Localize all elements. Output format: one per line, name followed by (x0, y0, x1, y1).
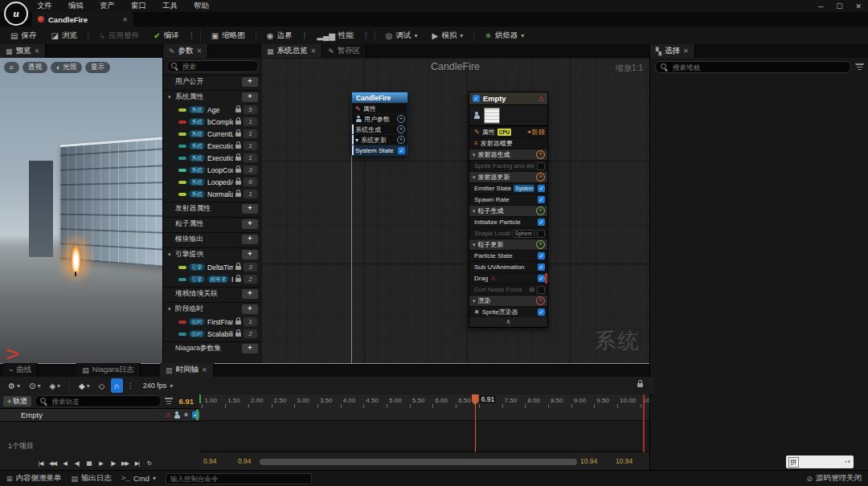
parameter-Normalize[interactable]: 系统Normalize1 (163, 188, 262, 200)
work-range-start[interactable]: 0.94 (203, 457, 217, 465)
parameter-CurrentLoc[interactable]: 系统CurrentLoc1 (163, 128, 262, 140)
eye-button[interactable]: ⊙▾ (26, 378, 43, 393)
close-icon[interactable]: ✕ (202, 366, 207, 374)
module-enabled-checkbox[interactable]: ✓ (538, 185, 545, 192)
module-enabled-checkbox[interactable]: ✓ (538, 196, 545, 203)
output-log-button[interactable]: ▤ 输出日志 (72, 473, 113, 484)
step-forward-button[interactable]: |▶ (108, 457, 118, 468)
work-range-end[interactable]: 10.94 (616, 457, 633, 465)
toolbar-debug-button[interactable]: ◎调试▾ (379, 27, 425, 44)
emitter-enabled-checkbox[interactable]: ✓ (473, 95, 480, 102)
parameter-ExecutionS[interactable]: 系统ExecutionS1 (163, 152, 262, 164)
parameter-Age[interactable]: 系统Age5 (163, 104, 262, 116)
system-node-row-属性[interactable]: ✎属性 (352, 103, 407, 113)
module-enabled-checkbox[interactable] (537, 286, 545, 294)
add-parameter-button[interactable]: + (242, 304, 258, 314)
add-parameter-button[interactable]: + (242, 289, 258, 299)
play-reverse-button[interactable]: ◀ (59, 457, 70, 468)
add-parameter-button[interactable]: + (242, 219, 258, 229)
stage-粒子更新[interactable]: ▾粒子更新+ (469, 239, 547, 250)
add-module-icon[interactable]: + (536, 173, 545, 182)
tab-niagara-log[interactable]: ▤Niagara日志 (76, 363, 141, 377)
toolbar-simulate-button[interactable]: ▶模拟▾ (425, 27, 471, 44)
parameters-search-input[interactable] (181, 62, 248, 71)
add-parameter-button[interactable]: + (242, 250, 258, 259)
filter-icon[interactable] (855, 63, 864, 71)
emitter-summary-row[interactable]: ≡发射器概要 (469, 137, 547, 149)
module-enabled-checkbox[interactable]: ✓ (538, 218, 545, 226)
jump-back-button[interactable]: ◀◀ (47, 457, 58, 468)
selection-search-input[interactable] (671, 63, 845, 72)
toolbar-save-button[interactable]: ▤保存 (3, 27, 43, 44)
more-options-icon[interactable]: ⋮ (125, 382, 136, 390)
menu-编辑[interactable]: 编辑 (68, 1, 84, 11)
system-node-row-系统生成[interactable]: 系统生成+ (352, 124, 407, 134)
system-node-header[interactable]: CandleFire (352, 92, 407, 103)
close-icon[interactable]: ✕ (122, 16, 128, 23)
module-enabled-checkbox[interactable]: ✓ (538, 263, 545, 271)
menu-窗口[interactable]: 窗口 (131, 1, 146, 11)
wrench-button[interactable]: ⚙▾ (5, 378, 23, 393)
cmd-dropdown[interactable]: >_ Cmd ▾ (121, 474, 156, 483)
tab-system-overview[interactable]: ▦系统总览✕ (261, 44, 322, 58)
module-enabled-checkbox[interactable]: ✓ (538, 252, 545, 259)
module-Sprite Facing and Alignment[interactable]: Sprite Facing and Alignment (469, 160, 547, 171)
graph-canvas[interactable]: CandleFire 缩放1:1 系统 CandleFire ✎属性用户参数+系… (261, 58, 649, 363)
toolbar-thumbnail-button[interactable]: ▣缩略图 (204, 27, 252, 44)
module-enabled-checkbox[interactable] (537, 230, 545, 238)
close-icon[interactable]: ✕ (35, 47, 40, 55)
tab-curves[interactable]: ~曲线 (3, 363, 38, 377)
tab-preview[interactable]: ▦ 预览 ✕ (0, 44, 46, 58)
selection-search[interactable] (655, 61, 851, 73)
timeline-scrollbar[interactable] (260, 459, 577, 465)
snap-button[interactable]: ∩ (111, 378, 123, 393)
system-node-candlefire[interactable]: CandleFire ✎属性用户参数+系统生成+▾系统更新+System Sta… (351, 92, 408, 156)
close-icon[interactable]: ✕ (197, 47, 203, 55)
param-section-发射器属性[interactable]: 发射器属性+ (163, 202, 262, 215)
timeline-ruler[interactable]: 1.001.502.002.503.003.504.004.505.005.50… (199, 394, 649, 409)
preview-viewport[interactable]: ≡透视◐光照显示 (0, 58, 162, 363)
tab-timeline[interactable]: ▥时间轴✕ (160, 363, 214, 377)
add-parameter-button[interactable]: + (242, 235, 258, 244)
track-row-empty[interactable]: Empty ⚠ ✳ ✓ (0, 409, 199, 422)
add-parameter-button[interactable]: + (242, 77, 258, 87)
module-Emitter State[interactable]: Emitter StateSystem✓ (469, 182, 547, 194)
system-node-row-系统更新[interactable]: ▾系统更新+ (352, 134, 407, 145)
view-range-start[interactable]: 0.94 (238, 457, 252, 465)
view-range-end[interactable]: 10.94 (580, 457, 597, 465)
system-node-row-System State[interactable]: System State✓ (352, 145, 407, 155)
module-Shape Location[interactable]: Shape LocationSphere (469, 227, 547, 239)
parameter-Scalability[interactable]: 临时Scalability2 (163, 328, 262, 340)
tab-parameters[interactable]: ✎ 参数 ✕ (163, 44, 208, 58)
console-command-input[interactable] (166, 473, 312, 484)
viewport-lit-button[interactable]: ◐光照 (51, 62, 82, 73)
toolbar-bounds-button[interactable]: ◉边界 (260, 27, 300, 44)
pause-button[interactable]: ▮▮ (84, 457, 94, 468)
viewport-perspective-button[interactable]: 透视 (23, 62, 47, 73)
toolbar-compile-button[interactable]: ✔编译 (146, 27, 186, 44)
module-Curl Noise Force[interactable]: Curl Noise Force⊙ (469, 284, 547, 295)
module-enabled-checkbox[interactable]: ✓ (538, 275, 545, 282)
more-options-icon[interactable]: ⋮ (186, 31, 197, 39)
menu-工具[interactable]: 工具 (162, 1, 178, 11)
toolbar-browse-button[interactable]: ◪浏览 (43, 27, 84, 44)
timeline-range-bar[interactable]: 0.94 0.94 10.94 10.94 (199, 451, 649, 471)
param-section-堆栈情境关联[interactable]: 堆栈情境关联+ (163, 287, 262, 300)
render-options-button[interactable]: ◈▾ (46, 378, 63, 393)
tab-scratch-pad[interactable]: ✎暂存区 (322, 44, 366, 58)
warning-icon[interactable]: ⚠ (538, 95, 544, 103)
emitter-thumbnail[interactable] (484, 108, 500, 124)
add-parameter-button[interactable]: + (242, 204, 258, 214)
close-icon[interactable]: ✕ (683, 47, 689, 55)
param-section-引擎提供[interactable]: ▾引擎提供+ (163, 247, 262, 261)
param-section-系统属性[interactable]: ▾系统属性+ (163, 90, 262, 104)
menu-资产[interactable]: 资产 (100, 1, 115, 11)
range-start-marker[interactable] (199, 394, 201, 403)
emitter-node-header[interactable]: ✓ Empty ⚠ (469, 92, 547, 105)
emitter-node-empty[interactable]: ✓ Empty ⚠ ✎ 属性 CPU +阶段 ≡发射器概要▾发射器生成+Spri… (469, 92, 548, 328)
collapse-node-button[interactable]: ∧ (469, 317, 547, 327)
param-section-模块输出[interactable]: 模块输出+ (163, 232, 262, 246)
parameter-Ex[interactable]: 引擎拥有者Ex2 (163, 273, 262, 285)
filter-icon[interactable] (165, 398, 174, 405)
add-module-icon[interactable]: + (536, 240, 545, 249)
